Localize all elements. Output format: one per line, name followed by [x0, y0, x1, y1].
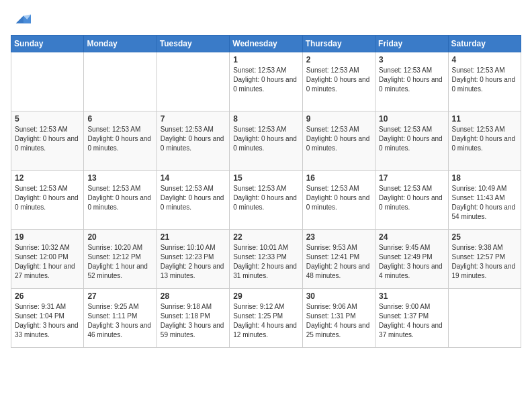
day-info: Sunrise: 9:25 AM Sunset: 1:11 PM Dayligh…: [87, 302, 152, 340]
weekday-header: Saturday: [448, 36, 521, 52]
calendar-week: 1Sunset: 12:53 AM Daylight: 0 hours and …: [11, 52, 521, 111]
calendar-header: SundayMondayTuesdayWednesdayThursdayFrid…: [11, 36, 521, 52]
day-info: Sunset: 12:53 AM Daylight: 0 hours and 0…: [452, 125, 517, 153]
day-info: Sunset: 12:53 AM Daylight: 0 hours and 0…: [233, 184, 298, 212]
weekday-header: Monday: [84, 36, 157, 52]
day-info: Sunset: 12:53 AM Daylight: 0 hours and 0…: [15, 125, 80, 153]
day-number: 25: [452, 232, 517, 242]
calendar-cell: 28Sunrise: 9:18 AM Sunset: 1:18 PM Dayli…: [157, 289, 229, 348]
day-number: 23: [306, 232, 371, 242]
calendar-cell: 5Sunset: 12:53 AM Daylight: 0 hours and …: [11, 111, 84, 171]
calendar-cell: 17Sunset: 12:53 AM Daylight: 0 hours and…: [375, 171, 448, 230]
day-info: Sunset: 12:53 AM Daylight: 0 hours and 0…: [306, 125, 371, 153]
day-number: 26: [15, 291, 80, 301]
day-number: 14: [161, 173, 226, 183]
logo-icon: [12, 11, 31, 30]
calendar-cell: [11, 52, 84, 111]
weekday-header: Sunday: [11, 36, 84, 52]
calendar-cell: 1Sunset: 12:53 AM Daylight: 0 hours and …: [230, 52, 302, 111]
day-number: 27: [87, 291, 152, 301]
calendar-cell: 4Sunset: 12:53 AM Daylight: 0 hours and …: [448, 52, 521, 111]
calendar-cell: 10Sunset: 12:53 AM Daylight: 0 hours and…: [375, 111, 448, 171]
day-number: 2: [306, 55, 371, 64]
day-info: Sunset: 12:53 AM Daylight: 0 hours and 0…: [233, 66, 298, 94]
calendar-cell: 20Sunrise: 10:20 AM Sunset: 12:12 PM Day…: [84, 230, 157, 289]
day-info: Sunset: 12:53 AM Daylight: 0 hours and 0…: [87, 125, 152, 153]
day-number: 13: [87, 173, 152, 183]
calendar-cell: 7Sunset: 12:53 AM Daylight: 0 hours and …: [157, 111, 229, 171]
day-number: 22: [233, 232, 298, 242]
calendar-cell: 14Sunset: 12:53 AM Daylight: 0 hours and…: [157, 171, 229, 230]
day-info: Sunrise: 9:38 AM Sunset: 12:57 PM Daylig…: [452, 243, 517, 281]
calendar-cell: [157, 52, 229, 111]
calendar-cell: 23Sunrise: 9:53 AM Sunset: 12:41 PM Dayl…: [302, 230, 375, 289]
calendar-cell: 12Sunset: 12:53 AM Daylight: 0 hours and…: [11, 171, 84, 230]
day-info: Sunset: 12:53 AM Daylight: 0 hours and 0…: [379, 184, 444, 212]
weekday-header: Wednesday: [230, 36, 302, 52]
day-number: 8: [233, 114, 298, 124]
day-info: Sunset: 12:53 AM Daylight: 0 hours and 0…: [15, 184, 80, 212]
calendar-body: 1Sunset: 12:53 AM Daylight: 0 hours and …: [11, 52, 521, 348]
day-number: 29: [233, 291, 298, 301]
day-info: Sunset: 12:53 AM Daylight: 0 hours and 0…: [452, 66, 517, 94]
day-number: 10: [379, 114, 444, 124]
calendar-cell: 25Sunrise: 9:38 AM Sunset: 12:57 PM Dayl…: [448, 230, 521, 289]
day-info: Sunrise: 9:06 AM Sunset: 1:31 PM Dayligh…: [306, 302, 371, 340]
weekday-header: Tuesday: [157, 36, 229, 52]
day-info: Sunrise: 9:31 AM Sunset: 1:04 PM Dayligh…: [15, 302, 80, 340]
calendar-cell: [448, 289, 521, 348]
day-number: 7: [161, 114, 226, 124]
calendar-cell: 31Sunrise: 9:00 AM Sunset: 1:37 PM Dayli…: [375, 289, 448, 348]
day-number: 11: [452, 114, 517, 124]
calendar-cell: 26Sunrise: 9:31 AM Sunset: 1:04 PM Dayli…: [11, 289, 84, 348]
day-number: 16: [306, 173, 371, 183]
day-info: Sunrise: 9:45 AM Sunset: 12:49 PM Daylig…: [379, 243, 444, 281]
calendar-week: 5Sunset: 12:53 AM Daylight: 0 hours and …: [11, 111, 521, 171]
day-number: 30: [306, 291, 371, 301]
day-number: 18: [452, 173, 517, 183]
day-info: Sunrise: 10:01 AM Sunset: 12:33 PM Dayli…: [233, 243, 298, 281]
day-info: Sunset: 12:53 AM Daylight: 0 hours and 0…: [161, 125, 226, 153]
calendar-cell: 27Sunrise: 9:25 AM Sunset: 1:11 PM Dayli…: [84, 289, 157, 348]
calendar-cell: 30Sunrise: 9:06 AM Sunset: 1:31 PM Dayli…: [302, 289, 375, 348]
calendar-cell: 9Sunset: 12:53 AM Daylight: 0 hours and …: [302, 111, 375, 171]
calendar-cell: 19Sunrise: 10:32 AM Sunset: 12:00 PM Day…: [11, 230, 84, 289]
calendar-cell: 24Sunrise: 9:45 AM Sunset: 12:49 PM Dayl…: [375, 230, 448, 289]
calendar-cell: 21Sunrise: 10:10 AM Sunset: 12:23 PM Day…: [157, 230, 229, 289]
day-info: Sunrise: 10:20 AM Sunset: 12:12 PM Dayli…: [87, 243, 152, 281]
calendar-cell: 18Sunrise: 10:49 AM Sunset: 11:43 AM Day…: [448, 171, 521, 230]
calendar-table: SundayMondayTuesdayWednesdayThursdayFrid…: [11, 35, 521, 348]
page-header: [11, 11, 521, 30]
day-number: 6: [87, 114, 152, 124]
day-number: 28: [161, 291, 226, 301]
calendar-cell: 16Sunset: 12:53 AM Daylight: 0 hours and…: [302, 171, 375, 230]
day-number: 9: [306, 114, 371, 124]
day-number: 19: [15, 232, 80, 242]
calendar-week: 26Sunrise: 9:31 AM Sunset: 1:04 PM Dayli…: [11, 289, 521, 348]
weekday-header: Friday: [375, 36, 448, 52]
calendar-week: 12Sunset: 12:53 AM Daylight: 0 hours and…: [11, 171, 521, 230]
day-number: 31: [379, 291, 444, 301]
day-info: Sunset: 12:53 AM Daylight: 0 hours and 0…: [379, 66, 444, 94]
day-info: Sunrise: 10:32 AM Sunset: 12:00 PM Dayli…: [15, 243, 80, 281]
calendar-cell: 6Sunset: 12:53 AM Daylight: 0 hours and …: [84, 111, 157, 171]
day-info: Sunrise: 9:18 AM Sunset: 1:18 PM Dayligh…: [161, 302, 226, 340]
day-info: Sunset: 12:53 AM Daylight: 0 hours and 0…: [87, 184, 152, 212]
day-number: 1: [233, 55, 298, 64]
calendar-cell: 15Sunset: 12:53 AM Daylight: 0 hours and…: [230, 171, 302, 230]
day-info: Sunset: 12:53 AM Daylight: 0 hours and 0…: [233, 125, 298, 153]
calendar-cell: 3Sunset: 12:53 AM Daylight: 0 hours and …: [375, 52, 448, 111]
day-info: Sunrise: 9:53 AM Sunset: 12:41 PM Daylig…: [306, 243, 371, 281]
calendar-cell: 22Sunrise: 10:01 AM Sunset: 12:33 PM Day…: [230, 230, 302, 289]
day-info: Sunrise: 9:12 AM Sunset: 1:25 PM Dayligh…: [233, 302, 298, 340]
weekday-header: Thursday: [302, 36, 375, 52]
calendar-cell: 13Sunset: 12:53 AM Daylight: 0 hours and…: [84, 171, 157, 230]
day-info: Sunset: 12:53 AM Daylight: 0 hours and 0…: [306, 184, 371, 212]
day-number: 15: [233, 173, 298, 183]
day-number: 4: [452, 55, 517, 64]
calendar-cell: 8Sunset: 12:53 AM Daylight: 0 hours and …: [230, 111, 302, 171]
svg-marker-1: [24, 15, 31, 24]
day-info: Sunrise: 9:00 AM Sunset: 1:37 PM Dayligh…: [379, 302, 444, 340]
weekday-row: SundayMondayTuesdayWednesdayThursdayFrid…: [11, 36, 521, 52]
calendar-cell: 29Sunrise: 9:12 AM Sunset: 1:25 PM Dayli…: [230, 289, 302, 348]
